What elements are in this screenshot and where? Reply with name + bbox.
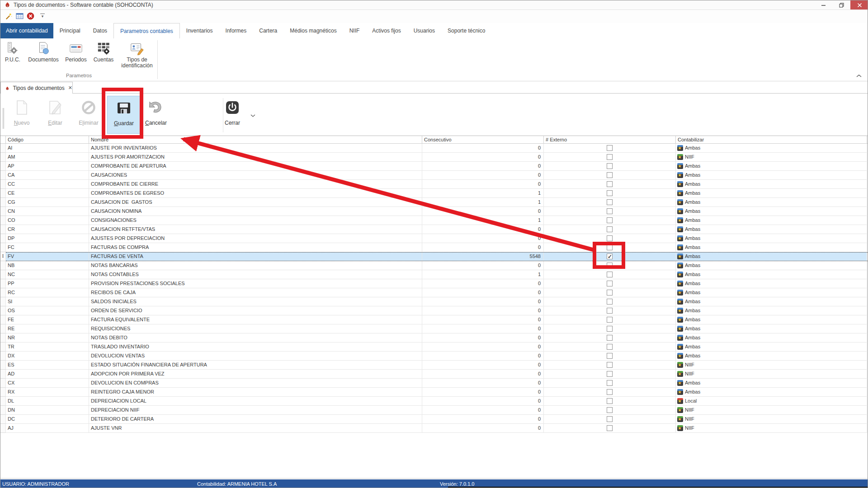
grid-header-c-digo[interactable]: Código xyxy=(6,136,89,143)
externo-checkbox[interactable] xyxy=(607,416,613,422)
table-row-cg[interactable]: CGCAUSACION DE GASTOS1Ambas xyxy=(0,198,868,207)
table-row-nr[interactable]: NRNOTAS DEBITO0Ambas xyxy=(0,333,868,343)
ribbon-tab-cartera[interactable]: Cartera xyxy=(253,23,283,38)
table-row-ad[interactable]: ADADOPCION POR PRIMERA VEZ0NIIF xyxy=(0,370,868,379)
table-row-nc[interactable]: NCNOTAS CONTABLES1Ambas xyxy=(0,270,868,279)
table-row-co[interactable]: COCONSIGNACIONES1Ambas xyxy=(0,216,868,225)
externo-checkbox[interactable] xyxy=(607,425,613,431)
externo-checkbox[interactable] xyxy=(607,154,613,160)
ribbon-button-p-u-c-[interactable]: P.U.C. xyxy=(2,41,23,75)
externo-checkbox[interactable] xyxy=(607,199,613,205)
ribbon-tab-soporte-t-cnico[interactable]: Soporte técnico xyxy=(441,23,491,38)
table-row-ai[interactable]: AIAJUSTE POR INVENTARIOS0Ambas xyxy=(0,144,868,153)
externo-checkbox[interactable] xyxy=(607,380,613,386)
table-row-fv[interactable]: IFVFACTURAS DE VENTA5548Ambas xyxy=(0,252,868,261)
close-circle-icon[interactable] xyxy=(27,12,34,20)
qat-more-icon[interactable]: ▾ xyxy=(40,14,45,19)
externo-checkbox[interactable] xyxy=(607,362,613,368)
restore-button[interactable] xyxy=(832,0,850,9)
grid-header-nombre[interactable]: Nombre xyxy=(89,136,422,143)
table-icon[interactable] xyxy=(16,12,24,20)
grid-header-contabilizar[interactable]: Contabilizar xyxy=(676,136,867,143)
guardar-button[interactable]: Guardar xyxy=(107,96,141,134)
ribbon-button-cuentas[interactable]: Cuentas xyxy=(90,41,117,75)
nuevo-button[interactable]: Nuevo xyxy=(7,96,37,134)
externo-checkbox[interactable] xyxy=(607,389,613,395)
grid-header-consecutivo[interactable]: Consecutivo xyxy=(422,136,544,143)
table-row-dn[interactable]: DNDEPRECIACION NIIF0NIIF xyxy=(0,406,868,415)
editar-button[interactable]: Editar xyxy=(40,96,70,134)
wizard-icon[interactable] xyxy=(5,12,13,20)
toolbar-grip[interactable] xyxy=(3,108,4,129)
table-row-ca[interactable]: CACAUSACIONES0Ambas xyxy=(0,171,868,180)
table-row-pp[interactable]: PPPROVISION PRESTACIONES SOCIALES0Ambas xyxy=(0,279,868,288)
table-row-fe[interactable]: FEFACTURA EQUIVALENTE0Ambas xyxy=(0,315,868,324)
eliminar-button[interactable]: Eliminar xyxy=(74,96,104,134)
externo-checkbox[interactable] xyxy=(607,172,613,178)
table-row-cr[interactable]: CRCAUSACION RETFTE/VTAS0Ambas xyxy=(0,225,868,234)
externo-checkbox[interactable] xyxy=(607,272,613,277)
ribbon-tab-datos[interactable]: Datos xyxy=(87,23,113,38)
externo-checkbox-checked[interactable] xyxy=(607,253,613,259)
document-tab-close-icon[interactable]: ✕ xyxy=(68,85,72,91)
table-row-dl[interactable]: DLDEPRECIACION LOCAL0Local xyxy=(0,397,868,406)
tab-tipos-de-documentos[interactable]: Tipos de documentos ✕ xyxy=(0,82,73,94)
table-row-cn[interactable]: CNCAUSACION NOMINA0Ambas xyxy=(0,207,868,216)
table-row-dp[interactable]: DPAJUSTES POR DEPRECIACION0Ambas xyxy=(0,234,868,243)
externo-checkbox[interactable] xyxy=(607,217,613,223)
externo-checkbox[interactable] xyxy=(607,208,613,214)
table-row-tr[interactable]: TRTRASLADO INVENTARIO0Ambas xyxy=(0,343,868,352)
cancelar-button[interactable]: Cancelar xyxy=(141,96,171,134)
table-row-am[interactable]: AMAJUSTES POR AMORTIZACION0NIIF xyxy=(0,153,868,162)
externo-checkbox[interactable] xyxy=(607,407,613,413)
externo-checkbox[interactable] xyxy=(607,335,613,341)
table-row-rc[interactable]: RCRECIBOS DE CAJA0Ambas xyxy=(0,288,868,297)
ribbon-tab-activos-fijos[interactable]: Activos fijos xyxy=(366,23,407,38)
table-row-os[interactable]: OSORDEN DE SERVICIO0Ambas xyxy=(0,306,868,315)
ribbon-button-periodos[interactable]: Periodos xyxy=(63,41,89,75)
table-row-rx[interactable]: RXREINTEGRO CAJA MENOR0Ambas xyxy=(0,388,868,397)
minimize-button[interactable] xyxy=(814,0,832,9)
externo-checkbox[interactable] xyxy=(607,353,613,359)
externo-checkbox[interactable] xyxy=(607,317,613,323)
table-row-cc[interactable]: CCCOMPROBANTE DE CIERRE0Ambas xyxy=(0,180,868,189)
table-row-si[interactable]: SISALDOS INICIALES0Ambas xyxy=(0,297,868,306)
table-row-dx[interactable]: DXDEVOLUCION VENTAS0Ambas xyxy=(0,352,868,361)
ribbon-tab-inventarios[interactable]: Inventarios xyxy=(180,23,219,38)
table-row-dc[interactable]: DCDETERIORO DE CARTERA0NIIF xyxy=(0,415,868,424)
ribbon-button-tipos-de-identificaci-n[interactable]: Tipos de identificación xyxy=(118,41,156,75)
ribbon-tab-informes[interactable]: Informes xyxy=(219,23,253,38)
externo-checkbox[interactable] xyxy=(607,299,613,305)
table-row-cx[interactable]: CXDEVOLUCION EN COMPRAS0Ambas xyxy=(0,379,868,388)
externo-checkbox[interactable] xyxy=(607,145,613,151)
ribbon-tab-m-dios-magn-ticos[interactable]: Médios magnéticos xyxy=(283,23,343,38)
table-row-ce[interactable]: CECOMPROBANTES DE EGRESO1Ambas xyxy=(0,189,868,198)
table-row-re[interactable]: REREQUISICIONES0Ambas xyxy=(0,324,868,333)
grid-header--externo[interactable]: # Externo xyxy=(544,136,676,143)
table-row-es[interactable]: ESESTADO SITUACIÓN FINANCIERA DE APERTUR… xyxy=(0,361,868,370)
externo-checkbox[interactable] xyxy=(607,344,613,350)
externo-checkbox[interactable] xyxy=(607,235,613,241)
externo-checkbox[interactable] xyxy=(607,281,613,286)
externo-checkbox[interactable] xyxy=(607,326,613,332)
externo-checkbox[interactable] xyxy=(607,181,613,187)
ribbon-tab-parametros-contables[interactable]: Parametros contables xyxy=(113,23,180,38)
externo-checkbox[interactable] xyxy=(607,398,613,404)
ribbon-button-documentos[interactable]: Documentos xyxy=(25,41,62,75)
table-row-fc[interactable]: FCFACTURAS DE COMPRA0Ambas xyxy=(0,243,868,252)
externo-checkbox[interactable] xyxy=(607,190,613,196)
externo-checkbox[interactable] xyxy=(607,244,613,250)
externo-checkbox[interactable] xyxy=(607,263,613,268)
externo-checkbox[interactable] xyxy=(607,308,613,314)
close-button[interactable] xyxy=(850,0,868,9)
externo-checkbox[interactable] xyxy=(607,290,613,296)
collapse-ribbon-icon[interactable] xyxy=(856,72,862,76)
table-row-aj[interactable]: AJAJUSTE VNR0NIIF xyxy=(0,424,868,433)
ribbon-tab-niif[interactable]: NIIF xyxy=(343,23,366,38)
externo-checkbox[interactable] xyxy=(607,163,613,169)
ribbon-tab-principal[interactable]: Principal xyxy=(53,23,87,38)
externo-checkbox[interactable] xyxy=(607,371,613,377)
ribbon-tab-usuarios[interactable]: Usuarios xyxy=(407,23,441,38)
cerrar-button[interactable]: Cerrar xyxy=(217,96,247,134)
ribbon-tab-abrir-contabilidad[interactable]: Abrir contabilidad xyxy=(0,23,53,38)
